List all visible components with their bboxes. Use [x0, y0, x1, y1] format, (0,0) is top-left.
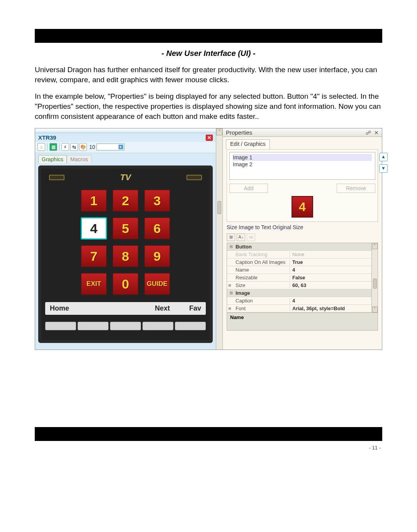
paragraph-1: Universal Dragon has further enhanced it…: [35, 65, 382, 84]
image-list-item[interactable]: Image 2: [233, 161, 372, 168]
remove-button[interactable]: Remove: [337, 184, 375, 193]
numpad-exit[interactable]: EXIT: [81, 273, 107, 295]
image-list[interactable]: Image 1 Image 2: [229, 152, 375, 180]
expand-icon[interactable]: ⊞: [227, 283, 232, 288]
palette-icon[interactable]: 🎨: [79, 143, 87, 151]
page-number: - 11 -: [35, 445, 382, 451]
toolbar-separator: [47, 143, 47, 151]
grey-key[interactable]: [110, 322, 141, 330]
grid-icon[interactable]: ▦: [49, 143, 57, 151]
softkey-fav[interactable]: Fav: [182, 304, 201, 312]
prop-key: Caption: [232, 298, 290, 304]
toolbar-dropdown[interactable]: ▾: [97, 144, 124, 150]
chevron-down-icon: ▾: [119, 145, 123, 149]
section-title: - New User Interface (UI) -: [35, 49, 382, 58]
device-editor-pane: XTR39 ✕ ⌂ ▦ ♯ ⇆ 🎨 10 ▾ Graphics Macros: [35, 128, 216, 350]
move-up-icon[interactable]: ▲: [379, 153, 388, 161]
collapse-icon[interactable]: ⊟: [229, 290, 234, 296]
size-links[interactable]: Size Image to Text Original Size: [227, 224, 378, 230]
pane-gripper[interactable]: [35, 128, 216, 133]
device-screen: TV 1 2 3 4 5 6 7 8 9 EXIT 0 GUIDE: [38, 166, 213, 343]
numpad-4[interactable]: 4: [81, 217, 107, 240]
collapse-icon[interactable]: ⊟: [229, 244, 234, 249]
device-label-tv: TV: [120, 172, 131, 182]
button-preview: 4: [292, 196, 313, 218]
tab-macros[interactable]: Macros: [67, 155, 92, 163]
prop-value[interactable]: None: [290, 252, 378, 257]
prop-key: Bank Tracking: [232, 252, 290, 257]
home-icon[interactable]: ⌂: [37, 143, 45, 151]
property-grid: ⊟Button Bank TrackingNone Caption On All…: [227, 243, 378, 313]
prop-key: Name: [232, 267, 290, 273]
propgrid-scrollbar[interactable]: ˄ ˅: [371, 243, 378, 312]
numpad-guide[interactable]: GUIDE: [144, 273, 170, 295]
align-icon[interactable]: ♯: [61, 143, 69, 151]
close-icon[interactable]: ✕: [206, 135, 213, 141]
scroll-up-icon[interactable]: ˄: [216, 128, 222, 135]
prop-key: Font: [232, 306, 290, 311]
vertical-scrollbar[interactable]: ˄: [216, 128, 223, 350]
distribute-icon[interactable]: ⇆: [70, 143, 78, 151]
properties-title: Properties: [226, 129, 252, 136]
property-pages-icon[interactable]: ▭: [247, 233, 255, 241]
move-down-icon[interactable]: ▼: [379, 164, 388, 173]
softkey-next[interactable]: Next: [155, 304, 182, 312]
scroll-up-icon[interactable]: ˄: [372, 243, 378, 249]
prop-value[interactable]: 60, 63: [290, 282, 378, 288]
numpad: 1 2 3 4 5 6 7 8 9 EXIT 0 GUIDE: [45, 189, 206, 295]
prop-key: Resizable: [232, 275, 290, 280]
paragraph-2: In the example below, "Properties" is be…: [35, 91, 382, 121]
screenshot-figure: XTR39 ✕ ⌂ ▦ ♯ ⇆ 🎨 10 ▾ Graphics Macros: [35, 128, 382, 350]
grey-key[interactable]: [45, 322, 76, 330]
scroll-down-icon[interactable]: ˅: [372, 306, 378, 312]
tab-edit-graphics[interactable]: Edit / Graphics: [226, 139, 270, 149]
numpad-6[interactable]: 6: [144, 217, 170, 240]
close-icon[interactable]: ✕: [374, 130, 379, 136]
numpad-7[interactable]: 7: [81, 245, 107, 267]
grey-key-row: [45, 322, 206, 330]
numpad-3[interactable]: 3: [144, 189, 170, 212]
categorized-icon[interactable]: ⊞: [227, 233, 235, 241]
softkey-home[interactable]: Home: [50, 304, 155, 312]
prop-value[interactable]: 4: [290, 267, 378, 273]
group-button: Button: [234, 244, 252, 250]
properties-pane: Properties ☍ ✕ Edit / Graphics Image 1 I…: [223, 128, 382, 350]
numpad-1[interactable]: 1: [81, 189, 107, 212]
sort-az-icon[interactable]: A↓: [237, 233, 245, 241]
numpad-0[interactable]: 0: [112, 273, 139, 295]
numpad-9[interactable]: 9: [144, 245, 170, 267]
expand-icon[interactable]: ⊞: [227, 306, 232, 311]
toolbar-number: 10: [89, 144, 95, 150]
scroll-thumb[interactable]: [373, 279, 377, 289]
prop-key: Size: [232, 282, 290, 288]
numpad-5[interactable]: 5: [112, 217, 139, 240]
prop-value[interactable]: Arial, 36pt, style=Bold: [290, 306, 378, 311]
prop-value[interactable]: 4: [290, 298, 378, 304]
softkey-row: Home Next Fav: [45, 302, 206, 315]
device-toolbar: ⌂ ▦ ♯ ⇆ 🎨 10 ▾: [35, 142, 216, 153]
pin-icon[interactable]: ☍: [366, 130, 371, 136]
grey-key[interactable]: [142, 322, 173, 330]
grey-key[interactable]: [175, 322, 206, 330]
top-black-bar: [35, 29, 382, 43]
prop-key: Caption On All Images: [232, 259, 290, 265]
tab-graphics[interactable]: Graphics: [38, 155, 67, 163]
numpad-2[interactable]: 2: [112, 189, 139, 212]
prop-value[interactable]: False: [290, 275, 378, 280]
toolbar-separator: [59, 143, 59, 151]
add-button[interactable]: Add: [229, 184, 268, 193]
bottom-black-bar: [35, 427, 382, 441]
device-name: XTR39: [38, 134, 56, 141]
prop-value[interactable]: True: [290, 259, 378, 265]
image-list-item[interactable]: Image 1: [233, 154, 372, 161]
scroll-thumb[interactable]: [217, 201, 221, 214]
grey-key[interactable]: [78, 322, 108, 330]
device-slot-left: [49, 175, 64, 180]
group-image: Image: [234, 290, 250, 296]
device-slot-right: [186, 175, 202, 180]
property-description: Name: [227, 313, 378, 331]
numpad-8[interactable]: 8: [112, 245, 139, 267]
